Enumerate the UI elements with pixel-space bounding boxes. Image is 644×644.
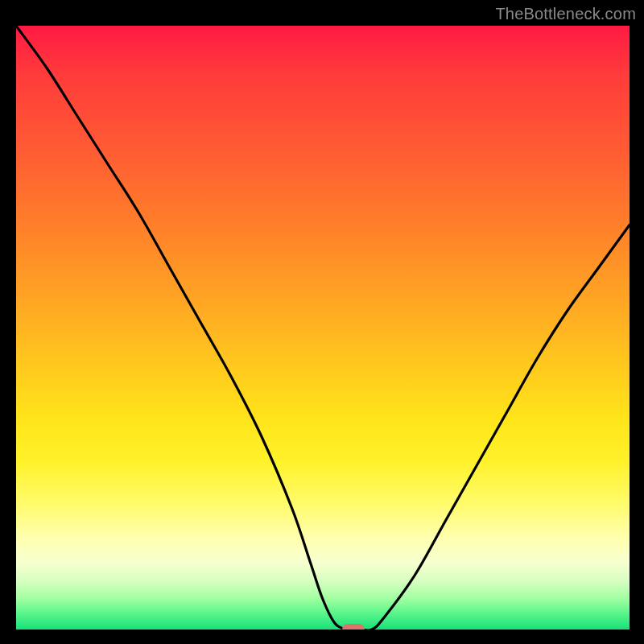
plot-area [16, 26, 630, 630]
chart-frame: TheBottleneck.com [0, 0, 644, 644]
watermark-text: TheBottleneck.com [495, 5, 636, 23]
bottleneck-curve [16, 26, 630, 630]
optimal-point-marker [342, 624, 365, 630]
